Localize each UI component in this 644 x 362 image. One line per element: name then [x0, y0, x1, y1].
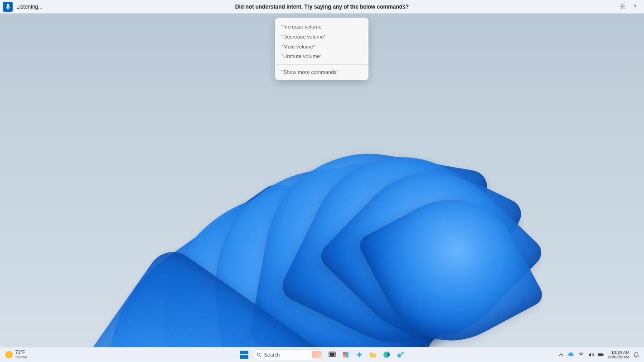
- battery-icon: [598, 352, 604, 358]
- sun-icon: [5, 351, 13, 358]
- battery-tray-icon[interactable]: [598, 352, 604, 358]
- show-more-commands[interactable]: "Show more commands": [275, 68, 368, 77]
- chat-button[interactable]: [340, 349, 351, 360]
- cloud-icon: [568, 352, 574, 358]
- help-button[interactable]: [631, 3, 639, 10]
- command-suggestion[interactable]: "Mute volume": [275, 42, 368, 52]
- help-icon: [632, 4, 638, 10]
- microphone-button[interactable]: [3, 2, 13, 12]
- copilot-button[interactable]: [354, 349, 365, 360]
- voice-access-icon: [396, 351, 404, 359]
- chat-icon: [342, 351, 350, 359]
- edge-button[interactable]: [381, 349, 392, 360]
- notifications-button[interactable]: [633, 352, 639, 358]
- voice-access-app-button[interactable]: [395, 349, 406, 360]
- gear-icon: [619, 3, 626, 10]
- folder-icon: [369, 351, 377, 359]
- svg-rect-10: [598, 354, 603, 356]
- search-box[interactable]: Search: [252, 349, 324, 360]
- chevron-up-icon: [558, 352, 564, 357]
- settings-button[interactable]: [619, 3, 626, 10]
- wifi-tray-icon[interactable]: [578, 352, 584, 358]
- svg-point-0: [621, 5, 623, 7]
- bell-icon: [633, 352, 639, 358]
- svg-point-6: [397, 354, 401, 357]
- speaker-icon: [588, 352, 594, 358]
- taskbar: 71°F Sunny Search: [0, 347, 644, 362]
- file-explorer-button[interactable]: [368, 349, 378, 360]
- command-suggestion[interactable]: "Increase volume": [275, 22, 368, 32]
- command-suggestion[interactable]: "Unmute volume": [275, 52, 368, 62]
- svg-line-2: [260, 356, 261, 357]
- svg-rect-4: [330, 353, 334, 356]
- copilot-icon: [355, 351, 363, 359]
- command-suggestions-popup: "Increase volume" "Decrease volume" "Mut…: [275, 18, 368, 80]
- task-view-icon: [328, 351, 336, 359]
- weather-condition: Sunny: [15, 355, 27, 359]
- clock-button[interactable]: 10:30 AM 28/02/2024: [608, 350, 629, 359]
- svg-point-1: [257, 353, 260, 356]
- svg-rect-9: [403, 352, 404, 354]
- volume-tray-icon[interactable]: [588, 352, 594, 358]
- command-suggestion[interactable]: "Decrease volume": [275, 32, 368, 42]
- svg-rect-8: [402, 352, 403, 355]
- voice-access-bar: Listening... Did not understand intent. …: [0, 0, 644, 14]
- search-highlight-icon: [312, 351, 322, 358]
- task-view-button[interactable]: [327, 349, 338, 360]
- edge-icon: [383, 351, 391, 359]
- listening-status: Listening...: [16, 4, 43, 10]
- date-text: 28/02/2024: [608, 355, 629, 359]
- wifi-icon: [578, 352, 584, 358]
- search-placeholder: Search: [264, 352, 309, 357]
- show-hidden-icons-button[interactable]: [558, 352, 564, 358]
- intent-message: Did not understand intent. Try saying an…: [235, 4, 409, 10]
- svg-rect-7: [401, 352, 402, 354]
- onedrive-tray-icon[interactable]: [568, 352, 574, 358]
- svg-rect-11: [603, 354, 604, 355]
- windows-logo-icon: [240, 351, 248, 359]
- search-icon: [257, 352, 261, 357]
- weather-widget[interactable]: 71°F Sunny: [0, 350, 27, 359]
- popup-divider: [275, 64, 368, 65]
- microphone-icon: [5, 4, 10, 10]
- start-button[interactable]: [239, 349, 250, 360]
- weather-temperature: 71°F: [15, 350, 27, 355]
